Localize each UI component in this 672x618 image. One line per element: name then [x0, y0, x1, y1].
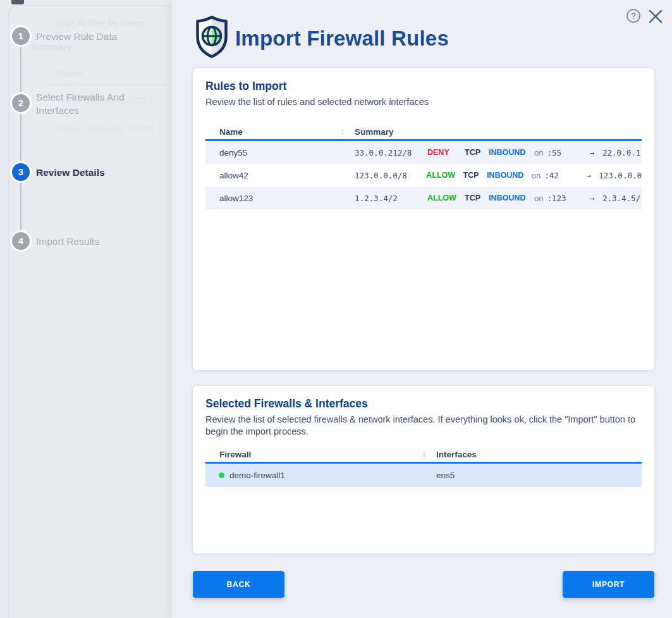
- arrow-icon: →: [587, 171, 599, 180]
- firewall-interfaces: ens5: [436, 471, 642, 480]
- rule-port: :123: [547, 194, 566, 203]
- rule-action-badge: DENY: [427, 148, 465, 157]
- rule-destination-cidr: 123.0.0.0: [599, 171, 642, 180]
- step-1-circle: 1: [10, 25, 32, 47]
- wizard-sidebar: Type to filter by name Summary Name Allo…: [0, 0, 172, 618]
- rule-summary: 1.2.3.4/2 ALLOW TCP INBOUND on:123 → 2.3…: [355, 194, 642, 203]
- rule-on-label: on: [534, 194, 543, 203]
- rule-protocol-badge: TCP: [465, 148, 489, 157]
- rule-summary: 123.0.0.0/8 ALLOW TCP INBOUND on:42 → 12…: [355, 171, 642, 180]
- firewall-online-status-dot: [219, 473, 224, 478]
- firewalls-card-title: Selected Firewalls & Interfaces: [205, 397, 642, 411]
- ghost-name-header: Name: [57, 68, 83, 78]
- rule-direction-badge: INBOUND: [489, 148, 534, 157]
- firewall-row-demo-firewall1[interactable]: demo-firewall1 ens5: [205, 464, 642, 487]
- rule-protocol-badge: TCP: [463, 171, 486, 180]
- rule-action-badge: ALLOW: [427, 194, 465, 202]
- firewalls-table-header: Firewall ‖ Interfaces: [205, 447, 642, 464]
- rules-card-subtitle: Review the list of rules and selected ne…: [205, 96, 642, 108]
- selected-firewalls-card: Selected Firewalls & Interfaces Review t…: [193, 386, 654, 553]
- rules-column-name: Name: [205, 127, 341, 137]
- close-icon[interactable]: [648, 9, 663, 24]
- firewalls-column-firewall: Firewall: [205, 450, 422, 459]
- rule-destination-cidr: 22.0.0.1: [602, 148, 640, 158]
- shield-globe-icon: [195, 15, 229, 61]
- arrow-icon: →: [590, 194, 602, 203]
- ghost-summary-label: Summary: [30, 42, 72, 52]
- rule-on-label: on: [532, 171, 541, 180]
- ghost-divider: [46, 84, 172, 85]
- step-3-circle: 3: [10, 161, 32, 183]
- rule-action-badge: ALLOW: [426, 171, 463, 180]
- rules-table-header: Name ‖ Summary: [205, 125, 642, 141]
- rules-to-import-card: Rules to Import Review the list of rules…: [193, 68, 654, 370]
- import-firewall-rules-dialog: Import Firewall Rules ? Rules to Import …: [172, 0, 672, 618]
- import-button[interactable]: IMPORT: [563, 571, 654, 598]
- step-4-circle: 4: [10, 230, 32, 252]
- rules-column-summary: Summary: [355, 127, 642, 137]
- rule-protocol-badge: TCP: [465, 194, 489, 202]
- ghost-filter-placeholder: Type to filter by name: [56, 18, 144, 28]
- rule-source-cidr: 33.0.0.212/8: [355, 148, 427, 158]
- rule-destination-cidr: 2.3.4.5/: [602, 194, 640, 203]
- column-resize-handle[interactable]: ‖: [341, 127, 355, 137]
- step-2-circle: 2: [10, 92, 32, 114]
- column-resize-handle[interactable]: ‖: [422, 450, 436, 459]
- rule-row-allow123[interactable]: allow123 1.2.3.4/2 ALLOW TCP INBOUND on:…: [205, 187, 642, 209]
- firewall-name: demo-firewall1: [229, 471, 285, 480]
- arrow-icon: →: [590, 148, 602, 158]
- rule-direction-badge: INBOUND: [487, 171, 532, 180]
- rule-name: allow42: [205, 171, 355, 180]
- ghost-rule-udp: Allow Outbound (UDP): [58, 123, 154, 133]
- back-button[interactable]: BACK: [193, 571, 284, 598]
- rule-summary: 33.0.0.212/8 DENY TCP INBOUND on:55 → 22…: [355, 148, 642, 158]
- stepper-connector-line: [20, 36, 21, 241]
- step-4-label: Import Results: [36, 235, 153, 248]
- rule-source-cidr: 123.0.0.0/8: [355, 171, 426, 180]
- firewalls-card-subtitle: Review the list of selected firewalls & …: [205, 414, 642, 438]
- rule-port: :42: [544, 171, 559, 180]
- rule-on-label: on: [534, 148, 543, 158]
- rule-row-deny55[interactable]: deny55 33.0.0.212/8 DENY TCP INBOUND on:…: [205, 141, 642, 164]
- rule-direction-badge: INBOUND: [489, 194, 534, 202]
- dialog-title: Import Firewall Rules: [235, 27, 449, 51]
- firewalls-column-interfaces: Interfaces: [436, 450, 642, 459]
- rule-name: allow123: [205, 194, 355, 203]
- rule-name: deny55: [205, 148, 355, 158]
- rules-table-body: deny55 33.0.0.212/8 DENY TCP INBOUND on:…: [205, 141, 642, 209]
- rule-row-allow42[interactable]: allow42 123.0.0.0/8 ALLOW TCP INBOUND on…: [205, 164, 642, 187]
- step-1-label: Preview Rule Data: [36, 30, 153, 43]
- rules-card-title: Rules to Import: [205, 80, 642, 93]
- step-2-label: Select Firewalls And Interfaces: [36, 90, 153, 117]
- rule-port: :55: [547, 148, 561, 158]
- step-3-label: Review Details: [36, 166, 153, 179]
- rule-source-cidr: 1.2.3.4/2: [355, 194, 427, 203]
- help-icon[interactable]: ?: [626, 9, 640, 23]
- dimmed-background-chip: [11, 0, 24, 4]
